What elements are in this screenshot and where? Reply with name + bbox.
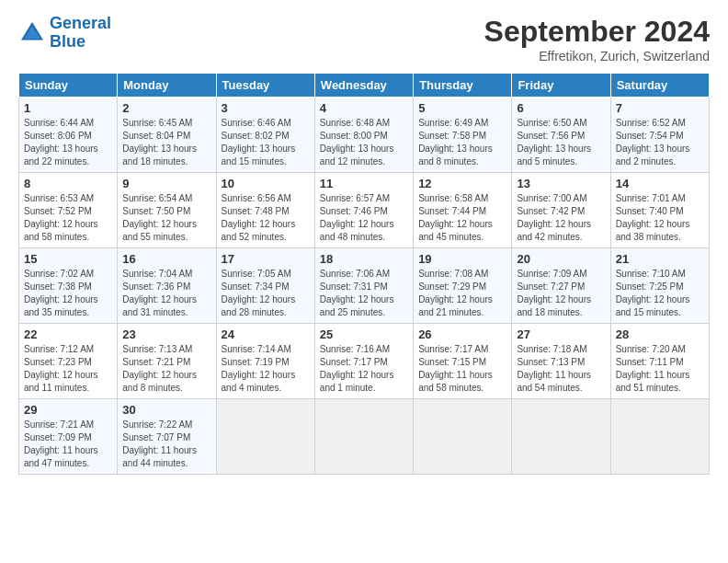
day-info: Sunrise: 6:46 AMSunset: 8:02 PMDaylight:…	[222, 118, 296, 167]
day-info: Sunrise: 7:14 AMSunset: 7:19 PMDaylight:…	[222, 344, 296, 393]
header: General Blue September 2024 Effretikon, …	[18, 15, 710, 63]
calendar-cell: 19Sunrise: 7:08 AMSunset: 7:29 PMDayligh…	[414, 248, 512, 324]
week-row-4: 22Sunrise: 7:12 AMSunset: 7:23 PMDayligh…	[19, 324, 710, 399]
logo-text: General Blue	[50, 15, 111, 52]
calendar-cell: 10Sunrise: 6:56 AMSunset: 7:48 PMDayligh…	[216, 173, 314, 248]
col-header-monday: Monday	[118, 74, 216, 98]
calendar-cell: 24Sunrise: 7:14 AMSunset: 7:19 PMDayligh…	[216, 324, 314, 399]
day-info: Sunrise: 7:06 AMSunset: 7:31 PMDaylight:…	[320, 269, 394, 317]
logo-icon	[18, 19, 46, 47]
calendar-cell: 1Sunrise: 6:44 AMSunset: 8:06 PMDaylight…	[19, 98, 118, 173]
day-info: Sunrise: 7:17 AMSunset: 7:15 PMDaylight:…	[418, 344, 493, 393]
calendar-cell: 7Sunrise: 6:52 AMSunset: 7:54 PMDaylight…	[610, 98, 709, 173]
calendar-cell: 14Sunrise: 7:01 AMSunset: 7:40 PMDayligh…	[610, 173, 709, 248]
calendar-cell: 13Sunrise: 7:00 AMSunset: 7:42 PMDayligh…	[512, 173, 610, 248]
logo: General Blue	[18, 15, 111, 52]
col-header-saturday: Saturday	[610, 74, 709, 98]
day-info: Sunrise: 7:20 AMSunset: 7:11 PMDaylight:…	[616, 344, 690, 393]
calendar-cell: 21Sunrise: 7:10 AMSunset: 7:25 PMDayligh…	[610, 248, 709, 324]
day-number: 2	[122, 101, 210, 115]
day-info: Sunrise: 7:10 AMSunset: 7:25 PMDaylight:…	[616, 269, 690, 317]
calendar-cell: 5Sunrise: 6:49 AMSunset: 7:58 PMDaylight…	[414, 98, 512, 173]
day-number: 13	[517, 177, 605, 190]
day-number: 26	[418, 327, 506, 341]
calendar-cell: 8Sunrise: 6:53 AMSunset: 7:52 PMDaylight…	[19, 173, 118, 248]
day-info: Sunrise: 7:09 AMSunset: 7:27 PMDaylight:…	[517, 269, 591, 317]
day-number: 7	[616, 101, 704, 115]
calendar-cell: 12Sunrise: 6:58 AMSunset: 7:44 PMDayligh…	[414, 173, 512, 248]
day-number: 25	[320, 327, 408, 341]
day-number: 30	[122, 403, 210, 417]
day-number: 22	[24, 327, 112, 341]
day-number: 9	[122, 177, 210, 190]
week-row-1: 1Sunrise: 6:44 AMSunset: 8:06 PMDaylight…	[19, 98, 710, 173]
day-info: Sunrise: 7:12 AMSunset: 7:23 PMDaylight:…	[24, 344, 98, 393]
subtitle: Effretikon, Zurich, Switzerland	[484, 49, 710, 63]
day-number: 17	[222, 252, 310, 266]
day-info: Sunrise: 6:52 AMSunset: 7:54 PMDaylight:…	[616, 118, 690, 167]
day-info: Sunrise: 6:54 AMSunset: 7:50 PMDaylight:…	[122, 193, 197, 242]
calendar-cell	[610, 399, 709, 475]
header-row: SundayMondayTuesdayWednesdayThursdayFrid…	[19, 74, 710, 98]
day-number: 16	[122, 252, 210, 266]
calendar-cell: 22Sunrise: 7:12 AMSunset: 7:23 PMDayligh…	[19, 324, 118, 399]
calendar-cell: 30Sunrise: 7:22 AMSunset: 7:07 PMDayligh…	[118, 399, 216, 475]
day-number: 28	[616, 327, 704, 341]
week-row-5: 29Sunrise: 7:21 AMSunset: 7:09 PMDayligh…	[19, 399, 710, 475]
day-info: Sunrise: 7:13 AMSunset: 7:21 PMDaylight:…	[122, 344, 197, 393]
calendar-cell	[414, 399, 512, 475]
day-info: Sunrise: 7:04 AMSunset: 7:36 PMDaylight:…	[122, 269, 197, 317]
calendar-cell: 25Sunrise: 7:16 AMSunset: 7:17 PMDayligh…	[314, 324, 413, 399]
day-number: 23	[122, 327, 210, 341]
day-number: 12	[418, 177, 506, 190]
calendar-cell: 17Sunrise: 7:05 AMSunset: 7:34 PMDayligh…	[216, 248, 314, 324]
title-block: September 2024 Effretikon, Zurich, Switz…	[484, 15, 710, 63]
day-number: 27	[517, 327, 605, 341]
day-number: 6	[517, 101, 605, 115]
day-number: 24	[222, 327, 310, 341]
calendar-cell: 4Sunrise: 6:48 AMSunset: 8:00 PMDaylight…	[314, 98, 413, 173]
calendar-cell: 29Sunrise: 7:21 AMSunset: 7:09 PMDayligh…	[19, 399, 118, 475]
day-number: 15	[24, 252, 112, 266]
calendar-cell: 2Sunrise: 6:45 AMSunset: 8:04 PMDaylight…	[118, 98, 216, 173]
col-header-thursday: Thursday	[414, 74, 512, 98]
calendar-cell: 28Sunrise: 7:20 AMSunset: 7:11 PMDayligh…	[610, 324, 709, 399]
calendar-cell: 18Sunrise: 7:06 AMSunset: 7:31 PMDayligh…	[314, 248, 413, 324]
day-number: 8	[24, 177, 112, 190]
calendar-cell	[314, 399, 413, 475]
day-number: 14	[616, 177, 704, 190]
logo-line2: Blue	[50, 32, 85, 51]
day-number: 4	[320, 101, 408, 115]
day-number: 20	[517, 252, 605, 266]
col-header-friday: Friday	[512, 74, 610, 98]
calendar-cell	[216, 399, 314, 475]
calendar-cell: 11Sunrise: 6:57 AMSunset: 7:46 PMDayligh…	[314, 173, 413, 248]
day-info: Sunrise: 7:02 AMSunset: 7:38 PMDaylight:…	[24, 269, 98, 317]
main-title: September 2024	[484, 15, 710, 49]
day-number: 11	[320, 177, 408, 190]
calendar-cell	[512, 399, 610, 475]
calendar-cell: 3Sunrise: 6:46 AMSunset: 8:02 PMDaylight…	[216, 98, 314, 173]
calendar-cell: 23Sunrise: 7:13 AMSunset: 7:21 PMDayligh…	[118, 324, 216, 399]
day-number: 5	[418, 101, 506, 115]
day-info: Sunrise: 6:45 AMSunset: 8:04 PMDaylight:…	[122, 118, 197, 167]
calendar-cell: 15Sunrise: 7:02 AMSunset: 7:38 PMDayligh…	[19, 248, 118, 324]
day-number: 10	[222, 177, 310, 190]
day-info: Sunrise: 7:16 AMSunset: 7:17 PMDaylight:…	[320, 344, 394, 393]
day-info: Sunrise: 7:00 AMSunset: 7:42 PMDaylight:…	[517, 193, 591, 242]
day-info: Sunrise: 6:58 AMSunset: 7:44 PMDaylight:…	[418, 193, 493, 242]
day-info: Sunrise: 7:08 AMSunset: 7:29 PMDaylight:…	[418, 269, 493, 317]
day-number: 18	[320, 252, 408, 266]
day-info: Sunrise: 6:53 AMSunset: 7:52 PMDaylight:…	[24, 193, 98, 242]
logo-line1: General	[50, 14, 111, 32]
calendar-cell: 20Sunrise: 7:09 AMSunset: 7:27 PMDayligh…	[512, 248, 610, 324]
day-info: Sunrise: 6:50 AMSunset: 7:56 PMDaylight:…	[517, 118, 591, 167]
day-info: Sunrise: 6:56 AMSunset: 7:48 PMDaylight:…	[222, 193, 296, 242]
day-number: 29	[24, 403, 112, 417]
calendar-cell: 9Sunrise: 6:54 AMSunset: 7:50 PMDaylight…	[118, 173, 216, 248]
calendar-cell: 6Sunrise: 6:50 AMSunset: 7:56 PMDaylight…	[512, 98, 610, 173]
week-row-2: 8Sunrise: 6:53 AMSunset: 7:52 PMDaylight…	[19, 173, 710, 248]
day-info: Sunrise: 6:49 AMSunset: 7:58 PMDaylight:…	[418, 118, 493, 167]
day-info: Sunrise: 7:21 AMSunset: 7:09 PMDaylight:…	[24, 419, 98, 468]
day-info: Sunrise: 7:01 AMSunset: 7:40 PMDaylight:…	[616, 193, 690, 242]
